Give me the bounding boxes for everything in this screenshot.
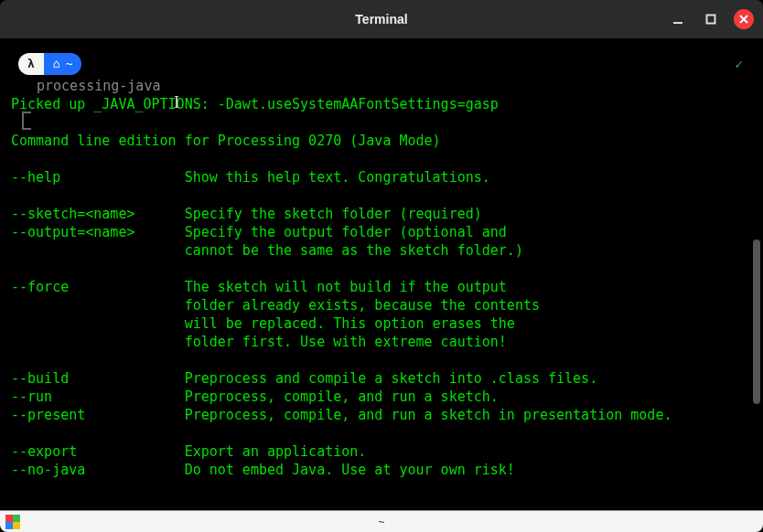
terminal-output: Picked up _JAVA_OPTIONS: -Dawt.useSystem… bbox=[11, 95, 752, 479]
close-icon bbox=[739, 15, 748, 24]
window-controls bbox=[668, 9, 754, 29]
prompt-lambda-segment: λ bbox=[18, 53, 44, 75]
apps-icon[interactable] bbox=[5, 515, 20, 529]
titlebar: Terminal bbox=[0, 0, 763, 38]
status-check-icon: ✓ bbox=[736, 55, 743, 73]
close-button[interactable] bbox=[734, 9, 754, 29]
terminal-window: Terminal λ ⌂ ~ bbox=[0, 0, 763, 532]
terminal-body[interactable]: λ ⌂ ~ ✓ processing-java Picked up _JAVA_… bbox=[0, 38, 763, 510]
status-tilde: ~ bbox=[378, 516, 384, 528]
statusbar: ~ bbox=[0, 510, 763, 532]
prompt-pill: λ ⌂ ~ bbox=[18, 53, 81, 75]
window-title: Terminal bbox=[355, 12, 407, 27]
tilde-label: ~ bbox=[66, 55, 73, 73]
prompt-path-segment: ⌂ ~ bbox=[44, 53, 82, 75]
terminal-content: λ ⌂ ~ ✓ processing-java Picked up _JAVA_… bbox=[11, 48, 752, 479]
command-line: processing-java bbox=[11, 77, 752, 95]
prompt-frame bbox=[22, 112, 31, 130]
minimize-button[interactable] bbox=[668, 9, 688, 29]
svg-rect-1 bbox=[707, 16, 715, 24]
maximize-button[interactable] bbox=[701, 9, 721, 29]
minimize-icon bbox=[672, 14, 683, 25]
maximize-icon bbox=[705, 14, 716, 25]
prompt-row: λ ⌂ ~ ✓ bbox=[11, 48, 752, 77]
scrollbar[interactable] bbox=[753, 239, 760, 404]
command-text: processing-java bbox=[37, 78, 160, 94]
lambda-icon: λ bbox=[27, 55, 35, 73]
home-icon: ⌂ bbox=[53, 55, 60, 73]
